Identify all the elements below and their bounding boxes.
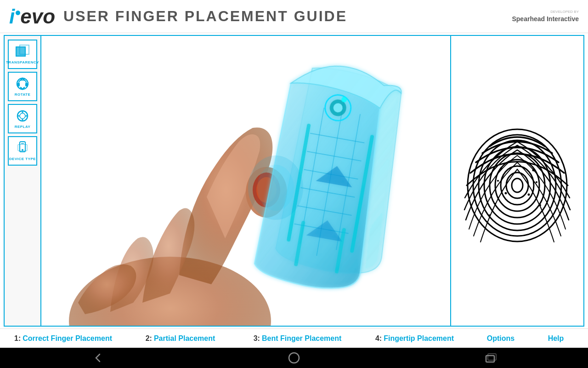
nav-item-3[interactable]: 3: Bent Finger Placement: [239, 329, 356, 348]
sidebar: TRANSPARENCY ROTATE: [5, 36, 41, 326]
nav-num-4: 4:: [375, 334, 382, 343]
nav-text-3: Bent Finger Placement: [262, 334, 341, 343]
svg-rect-4: [25, 83, 28, 86]
transparency-label: TRANSPARENCY: [6, 60, 39, 64]
developer-label: DEVELOPED BY: [512, 10, 579, 14]
fingerprint-panel: [450, 36, 583, 326]
logo-dot: [16, 11, 20, 15]
svg-point-47: [497, 180, 499, 182]
nav-text-1: Correct Finger Placement: [23, 334, 112, 343]
replay-button[interactable]: REPLAY: [8, 104, 37, 133]
taskbar: [0, 348, 588, 368]
replay-icon: [15, 109, 30, 123]
rotate-label: ROTATE: [15, 92, 31, 97]
logo-rest: evo: [20, 6, 55, 27]
nav-text-2: Partial Placement: [154, 334, 215, 343]
rotate-button[interactable]: ROTATE: [8, 72, 37, 101]
svg-point-46: [532, 169, 535, 172]
nav-num-2: 2:: [146, 334, 152, 343]
developer-name: Spearhead Interactive: [512, 15, 579, 23]
taskbar-home-button[interactable]: [280, 350, 308, 366]
svg-point-54: [544, 215, 546, 217]
logo: i evo: [9, 6, 55, 27]
layers-icon: [15, 44, 30, 59]
fingerprint-image: [462, 121, 572, 241]
svg-point-37: [506, 172, 528, 198]
bottom-navigation: 1: Correct Finger Placement 2: Partial P…: [0, 328, 588, 348]
nav-num-1: 1:: [14, 334, 21, 343]
options-button[interactable]: Options: [473, 334, 528, 343]
rotate-icon: [15, 76, 30, 91]
main-content: TRANSPARENCY ROTATE: [4, 35, 584, 327]
svg-rect-56: [486, 356, 494, 362]
device-type-label: DEVICE TYPE: [9, 157, 36, 161]
svg-point-50: [528, 194, 530, 196]
nav-item-1[interactable]: 1: Correct Finger Placement: [5, 329, 122, 348]
svg-point-39: [495, 160, 539, 211]
svg-point-49: [505, 192, 507, 195]
svg-point-35: [257, 165, 294, 211]
svg-point-48: [536, 181, 537, 183]
taskbar-recent-button[interactable]: [476, 350, 504, 366]
app: i evo USER FINGER PLACEMENT GUIDE DEVELO…: [0, 0, 588, 368]
transparency-button[interactable]: TRANSPARENCY: [8, 40, 37, 69]
device-icon: [15, 141, 30, 155]
svg-point-51: [494, 203, 496, 205]
page-title: USER FINGER PLACEMENT GUIDE: [63, 8, 512, 25]
nav-text-4: Fingertip Placement: [384, 334, 454, 343]
replay-label: REPLAY: [15, 125, 31, 129]
svg-point-45: [500, 167, 503, 170]
svg-point-53: [489, 214, 491, 216]
help-button[interactable]: Help: [528, 334, 583, 343]
svg-rect-57: [488, 354, 496, 360]
device-type-button[interactable]: DEVICE TYPE: [8, 136, 37, 166]
svg-point-6: [20, 113, 25, 119]
nav-item-2[interactable]: 2: Partial Placement: [122, 329, 239, 348]
svg-point-55: [289, 353, 299, 363]
svg-point-52: [539, 204, 541, 206]
taskbar-back-button[interactable]: [84, 350, 112, 366]
nav-item-4[interactable]: 4: Fingertip Placement: [356, 329, 473, 348]
scene-viewport: [41, 36, 450, 326]
developer-info: DEVELOPED BY Spearhead Interactive: [512, 10, 579, 23]
header: i evo USER FINGER PLACEMENT GUIDE DEVELO…: [0, 0, 588, 33]
svg-point-36: [512, 178, 523, 192]
nav-num-3: 3:: [254, 334, 260, 343]
svg-rect-3: [17, 83, 20, 86]
logo-i: i: [9, 6, 15, 27]
